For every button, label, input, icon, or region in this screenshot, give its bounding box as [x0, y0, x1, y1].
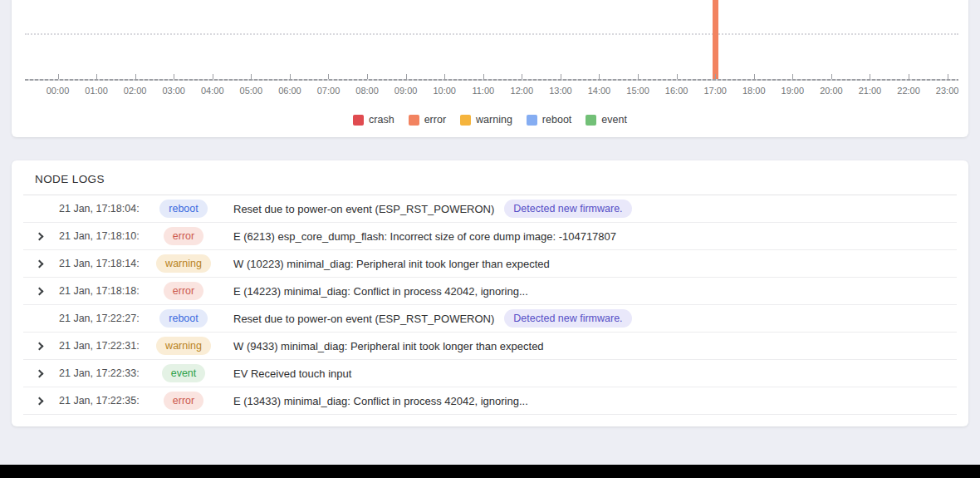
- log-message: E (14223) minimal_diag: Conflict in proc…: [233, 285, 528, 298]
- log-row[interactable]: 21 Jan, 17:22:33:eventEV Received touch …: [23, 360, 957, 387]
- log-row[interactable]: 21 Jan, 17:18:18:errorE (14223) minimal_…: [23, 278, 957, 305]
- x-tick-mark: [599, 74, 600, 79]
- x-tick-mark: [677, 74, 678, 79]
- node-logs-title: NODE LOGS: [23, 160, 957, 195]
- legend-item-event: event: [586, 114, 627, 126]
- x-tick-mark: [328, 74, 329, 79]
- log-timestamp: 21 Jan, 17:22:31:: [59, 340, 146, 352]
- x-tick-mark: [638, 74, 639, 79]
- x-tick-label: 13:00: [549, 86, 572, 96]
- log-level-badge: event: [162, 364, 206, 383]
- chevron-right-icon[interactable]: [32, 260, 47, 267]
- legend-label: reboot: [542, 114, 571, 126]
- reboot-swatch-icon: [527, 115, 537, 126]
- log-timestamp: 21 Jan, 17:18:18:: [59, 285, 146, 297]
- legend-label: warning: [476, 114, 512, 126]
- log-row[interactable]: 21 Jan, 17:18:14:warningW (10223) minima…: [23, 250, 957, 278]
- x-tick-label: 04:00: [201, 86, 224, 96]
- node-logs-card: NODE LOGS 21 Jan, 17:18:04:rebootReset d…: [12, 160, 968, 426]
- log-level-badge: reboot: [159, 200, 207, 219]
- chart-gridline: [25, 33, 958, 35]
- chevron-right-icon[interactable]: [32, 342, 47, 349]
- x-tick-mark: [909, 74, 909, 79]
- error-event-bar[interactable]: [713, 0, 718, 79]
- firmware-detected-tag: Detected new firmware.: [504, 200, 631, 219]
- x-tick-label: 02:00: [124, 86, 147, 96]
- badge-column: event: [146, 364, 221, 383]
- x-tick-mark: [96, 74, 97, 79]
- badge-column: reboot: [146, 200, 221, 219]
- x-tick-label: 17:00: [703, 86, 727, 96]
- log-timestamp: 21 Jan, 17:18:14:: [59, 258, 146, 269]
- log-level-badge: error: [164, 282, 203, 301]
- log-message: E (13433) minimal_diag: Conflict in proc…: [233, 395, 528, 407]
- x-tick-mark: [251, 74, 252, 79]
- legend-label: event: [601, 114, 627, 126]
- log-message: EV Received touch input: [233, 367, 351, 380]
- x-tick-mark: [290, 74, 291, 79]
- chevron-right-icon[interactable]: [32, 233, 47, 239]
- x-tick-mark: [406, 74, 407, 79]
- legend-item-warning: warning: [460, 114, 512, 126]
- legend-label: error: [424, 114, 446, 126]
- chevron-right-icon[interactable]: [32, 288, 47, 294]
- badge-column: reboot: [146, 309, 221, 328]
- x-tick-label: 23:00: [936, 86, 959, 96]
- log-timestamp: 21 Jan, 17:22:33:: [59, 367, 146, 379]
- log-message: Reset due to power-on event (ESP_RST_POW…: [233, 313, 494, 325]
- event-swatch-icon: [586, 115, 596, 126]
- log-row[interactable]: 21 Jan, 17:18:10:errorE (6213) esp_core_…: [23, 223, 957, 250]
- legend-label: crash: [369, 114, 394, 126]
- x-tick-label: 14:00: [588, 86, 611, 96]
- x-tick-label: 07:00: [317, 86, 341, 96]
- badge-column: warning: [146, 337, 221, 356]
- log-row: 21 Jan, 17:18:04:rebootReset due to powe…: [23, 195, 957, 223]
- log-message: W (9433) minimal_diag: Peripheral init t…: [233, 340, 544, 352]
- log-timestamp: 21 Jan, 17:22:27:: [59, 313, 146, 324]
- chevron-right-icon[interactable]: [32, 397, 47, 404]
- footer-bar: [0, 465, 980, 478]
- x-tick-label: 08:00: [355, 86, 379, 96]
- x-tick-mark: [561, 74, 561, 79]
- firmware-detected-tag: Detected new firmware.: [504, 309, 631, 328]
- legend-item-reboot: reboot: [527, 114, 571, 126]
- events-chart-card: 00:0001:0002:0003:0004:0005:0006:0007:00…: [12, 0, 968, 137]
- log-message: E (6213) esp_core_dump_flash: Incorrect …: [233, 230, 616, 243]
- x-tick-mark: [367, 74, 368, 79]
- x-tick-mark: [754, 74, 755, 79]
- log-level-badge: warning: [156, 254, 211, 273]
- x-tick-label: 21:00: [859, 86, 882, 96]
- x-tick-label: 05:00: [240, 86, 263, 96]
- badge-column: error: [146, 227, 221, 246]
- x-tick-mark: [715, 74, 716, 79]
- x-tick-label: 16:00: [665, 86, 688, 96]
- chevron-right-icon: [37, 233, 43, 239]
- log-row[interactable]: 21 Jan, 17:22:31:warningW (9433) minimal…: [23, 333, 957, 360]
- x-tick-label: 00:00: [47, 86, 70, 96]
- log-level-badge: warning: [156, 337, 211, 356]
- chevron-right-icon: [37, 260, 43, 267]
- log-level-badge: reboot: [159, 309, 207, 328]
- legend-item-crash: crash: [353, 114, 394, 126]
- chevron-right-icon: [37, 397, 43, 404]
- crash-swatch-icon: [353, 115, 364, 126]
- x-tick-label: 09:00: [394, 86, 418, 96]
- chevron-right-icon: [37, 288, 43, 294]
- log-timestamp: 21 Jan, 17:22:35:: [59, 395, 146, 407]
- chart-legend: crasherrorwarningrebootevent: [12, 114, 968, 126]
- log-timestamp: 21 Jan, 17:18:04:: [59, 203, 146, 214]
- x-tick-mark: [831, 74, 832, 79]
- x-tick-label: 22:00: [897, 86, 920, 96]
- x-tick-mark: [444, 74, 445, 79]
- x-tick-label: 12:00: [511, 86, 534, 96]
- log-message: Reset due to power-on event (ESP_RST_POW…: [233, 203, 494, 215]
- chevron-right-icon[interactable]: [32, 370, 47, 377]
- x-tick-label: 01:00: [85, 86, 108, 96]
- badge-column: error: [146, 392, 221, 411]
- warning-swatch-icon: [460, 115, 471, 126]
- x-tick-label: 20:00: [820, 86, 843, 96]
- x-tick-label: 11:00: [472, 86, 494, 96]
- x-tick-label: 06:00: [278, 86, 301, 96]
- log-level-badge: error: [164, 227, 203, 246]
- log-row[interactable]: 21 Jan, 17:22:35:errorE (13433) minimal_…: [23, 387, 957, 415]
